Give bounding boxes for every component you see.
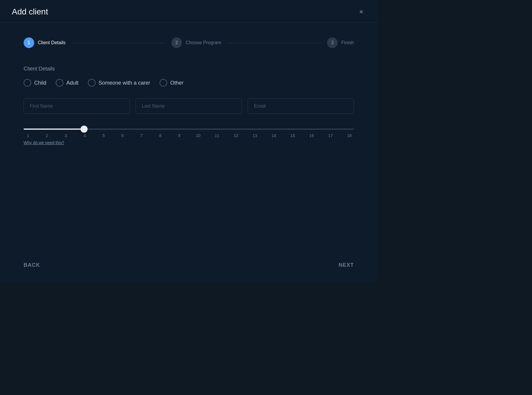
radio-child-label: Child	[34, 80, 46, 86]
radio-child-circle	[24, 79, 31, 87]
section-title: Client Details	[24, 66, 354, 72]
slider-tick-12: 12	[231, 133, 240, 138]
radio-carer-label: Someone with a carer	[98, 80, 150, 86]
radio-option-carer[interactable]: Someone with a carer	[88, 79, 150, 87]
radio-other-circle	[160, 79, 167, 87]
first-name-input[interactable]	[24, 98, 130, 114]
age-slider[interactable]	[24, 129, 354, 130]
slider-tick-6: 6	[118, 133, 127, 138]
radio-option-child[interactable]: Child	[24, 79, 46, 87]
slider-tick-8: 8	[156, 133, 165, 138]
slider-tick-16: 16	[307, 133, 316, 138]
client-details-section: Client Details Child Adult Someone with …	[24, 66, 354, 151]
last-name-input[interactable]	[136, 98, 242, 114]
slider-tick-15: 15	[288, 133, 297, 138]
email-input[interactable]	[248, 98, 354, 114]
add-client-modal: Add client × 1 Client Details 2 Choose P…	[0, 0, 377, 283]
slider-tick-5: 5	[99, 133, 108, 138]
step-1: 1 Client Details	[24, 37, 65, 48]
slider-tick-17: 17	[326, 133, 335, 138]
slider-tick-18: 18	[345, 133, 354, 138]
slider-tick-1: 1	[24, 133, 32, 138]
step-1-circle: 1	[24, 37, 34, 48]
step-2-circle: 2	[171, 37, 182, 48]
age-slider-section: 1 2 3 4 5 6 7 8 9 10 11 12 13 14 15 16 1	[24, 126, 354, 145]
client-type-radio-group: Child Adult Someone with a carer Other	[24, 79, 354, 87]
slider-tick-4: 4	[80, 133, 89, 138]
slider-number-labels: 1 2 3 4 5 6 7 8 9 10 11 12 13 14 15 16 1	[24, 133, 354, 138]
step-connector-2	[227, 43, 321, 43]
slider-tick-10: 10	[194, 133, 203, 138]
slider-tick-14: 14	[269, 133, 278, 138]
step-connector-1	[71, 43, 165, 43]
radio-other-label: Other	[170, 80, 183, 86]
step-2-label: Choose Program	[185, 40, 221, 45]
step-3-label: Finish	[341, 40, 354, 45]
why-link-button[interactable]: Why do we need this?	[24, 140, 64, 145]
next-button[interactable]: NEXT	[339, 259, 354, 271]
radio-adult-circle	[56, 79, 63, 87]
step-1-number: 1	[28, 40, 30, 45]
radio-option-other[interactable]: Other	[160, 79, 183, 87]
slider-tick-13: 13	[250, 133, 259, 138]
step-3: 3 Finish	[327, 37, 354, 48]
modal-header: Add client ×	[0, 0, 377, 23]
radio-option-adult[interactable]: Adult	[56, 79, 78, 87]
slider-tick-11: 11	[213, 133, 221, 138]
modal-footer: BACK NEXT	[0, 252, 377, 283]
input-row	[24, 98, 354, 114]
step-3-number: 3	[331, 40, 334, 45]
modal-title: Add client	[12, 7, 48, 17]
slider-tick-7: 7	[137, 133, 146, 138]
step-2-number: 2	[175, 40, 178, 45]
slider-tick-2: 2	[42, 133, 51, 138]
modal-body: 1 Client Details 2 Choose Program 3 Fini…	[0, 23, 377, 252]
step-1-label: Client Details	[38, 40, 65, 45]
slider-tick-3: 3	[61, 133, 70, 138]
back-button[interactable]: BACK	[24, 259, 40, 271]
radio-carer-circle	[88, 79, 96, 87]
radio-adult-label: Adult	[66, 80, 78, 86]
close-button[interactable]: ×	[357, 7, 366, 17]
slider-tick-9: 9	[175, 133, 184, 138]
stepper: 1 Client Details 2 Choose Program 3 Fini…	[24, 37, 354, 48]
step-2: 2 Choose Program	[171, 37, 221, 48]
step-3-circle: 3	[327, 37, 338, 48]
